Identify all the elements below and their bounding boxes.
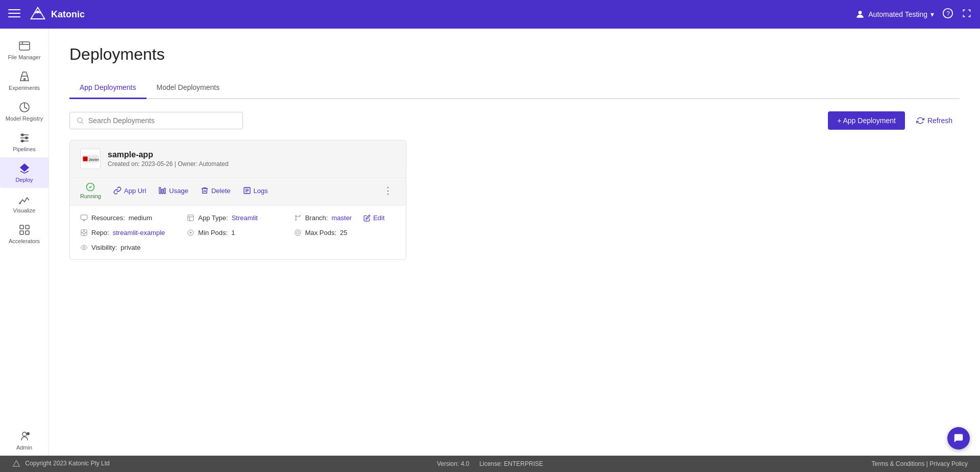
svg-text:Javier: Javier [88, 157, 99, 162]
detail-repo: Repo: streamlit-example [80, 229, 182, 237]
max-pods-label: Max Pods: [305, 229, 336, 237]
svg-rect-15 [26, 225, 29, 229]
hamburger-menu-icon[interactable] [8, 7, 20, 22]
resources-value: medium [129, 214, 152, 222]
resources-icon [80, 214, 88, 222]
delete-link[interactable]: Delete [201, 186, 231, 195]
terms-link[interactable]: Terms & Conditions [871, 460, 924, 467]
edit-link[interactable]: Edit [363, 214, 384, 222]
add-deployment-button[interactable]: + App Deployment [828, 111, 905, 130]
tab-app-deployments[interactable]: App Deployments [69, 78, 146, 99]
svg-point-39 [83, 247, 85, 249]
sidebar-label-visualize: Visualize [13, 207, 36, 214]
branch-value: master [331, 214, 352, 222]
svg-point-13 [19, 203, 20, 204]
min-pods-label: Min Pods: [198, 229, 228, 237]
svg-rect-2 [8, 16, 20, 17]
footer-copyright-text: Copyright 2023 Katonic Pty Ltd [25, 460, 109, 467]
svg-point-37 [295, 230, 301, 235]
app-type-value: Streamlit [232, 214, 258, 222]
refresh-button[interactable]: Refresh [909, 111, 960, 130]
sidebar-item-deploy[interactable]: Deploy [0, 157, 48, 188]
toolbar-right: + App Deployment Refresh [828, 111, 960, 130]
user-name: Automated Testing [868, 10, 927, 18]
card-actions: Running App Url Usage Delete Logs ⋮ [70, 177, 406, 205]
svg-point-12 [21, 140, 23, 142]
visibility-label: Visibility: [91, 244, 117, 251]
visibility-value: private [120, 244, 140, 251]
visibility-icon [80, 244, 88, 251]
svg-point-10 [21, 134, 23, 136]
app-type-icon [187, 214, 194, 222]
link-icon [113, 186, 121, 195]
footer-links: Terms & Conditions | Privacy Policy [871, 460, 968, 467]
sidebar: File Manager Experiments Model Registry … [0, 29, 49, 456]
sidebar-label-experiments: Experiments [9, 85, 40, 91]
refresh-icon [916, 116, 924, 125]
branch-icon [294, 214, 302, 222]
sidebar-item-accelerators[interactable]: Accelerators [0, 219, 48, 249]
logs-link[interactable]: Logs [243, 186, 268, 195]
usage-link[interactable]: Usage [158, 186, 188, 195]
privacy-link[interactable]: Privacy Policy [929, 460, 968, 467]
svg-point-35 [83, 231, 85, 234]
delete-icon [201, 186, 209, 195]
app-url-label: App Url [124, 187, 146, 195]
footer: Copyright 2023 Katonic Pty Ltd Version: … [0, 456, 980, 472]
branch-label: Branch: [305, 214, 328, 222]
svg-text:?: ? [946, 10, 950, 17]
status-badge: Running [80, 182, 101, 199]
sidebar-label-file-manager: File Manager [8, 54, 40, 60]
sidebar-item-visualize[interactable]: Visualize [0, 188, 48, 219]
main-content: Deployments App Deployments Model Deploy… [49, 29, 980, 472]
repo-label: Repo: [91, 229, 109, 237]
sidebar-item-file-manager[interactable]: File Manager [0, 35, 48, 65]
user-menu[interactable]: Automated Testing ▾ [855, 9, 934, 19]
detail-max-pods: Max Pods: 25 [294, 229, 396, 237]
app-meta: Created on: 2023-05-26 | Owner: Automate… [108, 160, 229, 168]
sidebar-item-experiments[interactable]: Experiments [0, 65, 48, 96]
min-pods-value: 1 [231, 229, 235, 237]
fullscreen-icon[interactable] [962, 8, 972, 20]
app-icon: Javier [80, 149, 101, 169]
app-url-link[interactable]: App Url [113, 186, 146, 195]
svg-rect-22 [83, 157, 88, 161]
sidebar-item-model-registry[interactable]: Model Registry [0, 96, 48, 127]
more-options-button[interactable]: ⋮ [380, 184, 396, 197]
toolbar: + App Deployment Refresh [69, 111, 960, 130]
sidebar-item-admin[interactable]: Admin [0, 425, 48, 456]
chat-bubble-button[interactable] [947, 427, 970, 450]
svg-rect-29 [81, 215, 87, 220]
sidebar-item-pipelines[interactable]: Pipelines [0, 127, 48, 157]
svg-rect-0 [8, 9, 20, 10]
sidebar-label-model-registry: Model Registry [6, 115, 43, 122]
katonic-footer-logo [12, 460, 20, 468]
repo-icon [80, 229, 88, 237]
app-name: sample-app [108, 150, 229, 159]
svg-point-18 [22, 432, 27, 436]
search-icon [76, 116, 84, 125]
footer-version: Version: 4.0 License: ENTERPRISE [437, 460, 543, 467]
edit-label: Edit [373, 214, 384, 222]
page-title: Deployments [69, 45, 960, 64]
svg-rect-26 [162, 189, 163, 194]
detail-resources: Resources: medium [80, 214, 182, 222]
user-dropdown-icon: ▾ [930, 10, 934, 18]
logs-icon [243, 186, 251, 195]
detail-min-pods: Min Pods: 1 [187, 229, 288, 237]
svg-rect-14 [20, 225, 23, 229]
detail-visibility: Visibility: private [80, 244, 182, 251]
svg-point-38 [297, 231, 299, 234]
search-box [69, 112, 243, 129]
svg-point-11 [26, 137, 28, 139]
search-input[interactable] [88, 116, 236, 125]
svg-point-20 [78, 118, 82, 123]
max-pods-icon [294, 229, 302, 237]
tab-model-deployments[interactable]: Model Deployments [146, 78, 230, 99]
usage-icon [158, 186, 166, 195]
footer-copyright: Copyright 2023 Katonic Pty Ltd [12, 460, 110, 468]
sidebar-label-accelerators: Accelerators [9, 238, 40, 244]
help-icon[interactable]: ? [942, 8, 953, 21]
logo-text: Katonic [51, 9, 85, 20]
edit-icon [363, 215, 371, 222]
